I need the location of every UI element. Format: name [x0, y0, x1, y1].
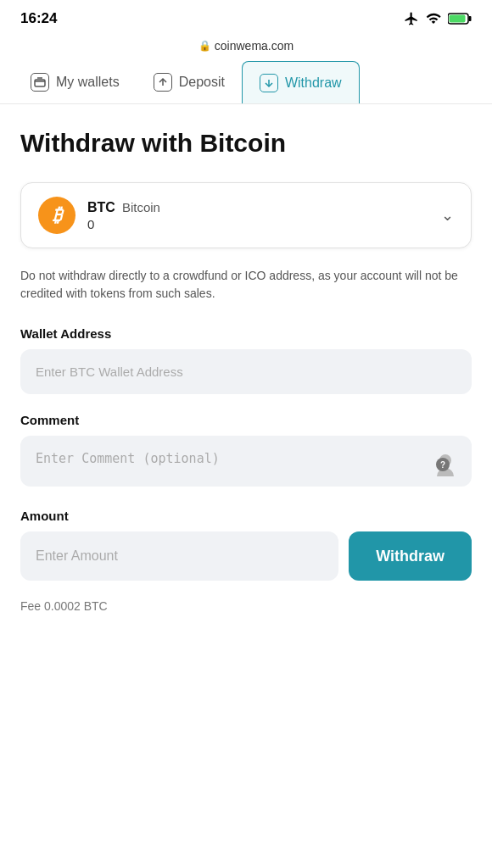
coin-details: BTC Bitcoin 0 — [87, 200, 160, 231]
deposit-tab-icon — [154, 73, 172, 92]
battery-icon — [448, 12, 472, 25]
tab-wallets-label: My wallets — [56, 75, 120, 90]
withdraw-tab-icon — [260, 74, 278, 92]
warning-text: Do not withdraw directly to a crowdfund … — [20, 267, 472, 303]
main-content: Withdraw with Bitcoin ₿ BTC Bitcoin 0 ⌄ … — [0, 104, 492, 633]
tab-deposit[interactable]: Deposit — [137, 61, 242, 103]
status-icons — [404, 11, 472, 26]
page-title: Withdraw with Bitcoin — [20, 128, 472, 159]
svg-rect-3 — [35, 80, 45, 86]
url-text: coinwema.com — [215, 39, 294, 53]
coin-info: ₿ BTC Bitcoin 0 — [38, 197, 160, 234]
comment-wrapper: ? — [20, 436, 472, 490]
amount-input[interactable] — [20, 531, 338, 581]
airplane-icon — [404, 11, 419, 26]
wallet-address-input[interactable] — [20, 349, 472, 394]
withdraw-button[interactable]: Withdraw — [349, 531, 472, 581]
coin-ticker: BTC — [87, 200, 115, 215]
coin-balance: 0 — [87, 217, 160, 231]
nav-tabs: My wallets Deposit Withdraw — [0, 61, 492, 104]
status-time: 16:24 — [20, 10, 57, 27]
fee-text: Fee 0.0002 BTC — [20, 599, 472, 613]
tab-deposit-label: Deposit — [179, 75, 225, 90]
status-bar: 16:24 — [0, 0, 492, 34]
wallet-tab-icon — [31, 73, 49, 92]
coin-selector[interactable]: ₿ BTC Bitcoin 0 ⌄ — [20, 182, 472, 248]
url-bar: 🔒 coinwema.com — [0, 34, 492, 61]
tab-withdraw-label: Withdraw — [285, 75, 342, 91]
help-question-badge: ? — [436, 458, 450, 471]
comment-input[interactable] — [20, 436, 472, 487]
amount-row: Withdraw — [20, 531, 472, 581]
btc-logo: ₿ — [38, 197, 75, 234]
amount-group: Amount Withdraw — [20, 509, 472, 581]
svg-rect-2 — [450, 15, 466, 23]
tab-wallets[interactable]: My wallets — [14, 61, 137, 103]
coin-name-row: BTC Bitcoin — [87, 200, 160, 215]
wallet-address-group: Wallet Address — [20, 326, 472, 394]
svg-rect-1 — [469, 16, 472, 21]
lock-icon: 🔒 — [198, 40, 211, 52]
amount-label: Amount — [20, 509, 472, 523]
wifi-icon — [426, 11, 441, 26]
chevron-down-icon: ⌄ — [441, 206, 454, 225]
comment-group: Comment ? — [20, 413, 472, 490]
coin-fullname: Bitcoin — [122, 200, 160, 214]
help-icon: ? — [433, 453, 458, 478]
wallet-address-label: Wallet Address — [20, 326, 472, 341]
tab-withdraw[interactable]: Withdraw — [242, 61, 360, 104]
comment-label: Comment — [20, 413, 472, 427]
